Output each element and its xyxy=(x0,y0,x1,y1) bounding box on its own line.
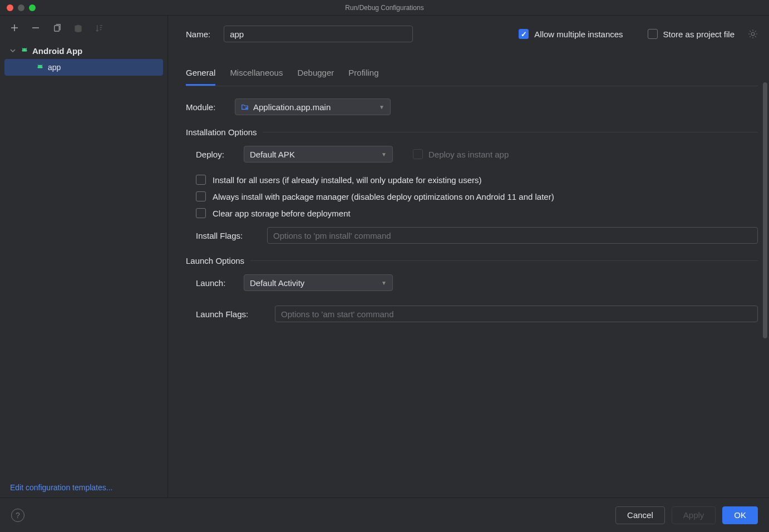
instant-app-checkbox xyxy=(413,149,423,159)
tab-debugger[interactable]: Debugger xyxy=(297,68,334,86)
tree-group-label: Android App xyxy=(32,46,82,56)
name-label: Name: xyxy=(186,29,210,39)
clear-storage-checkbox[interactable] xyxy=(196,208,206,218)
tree-item-app[interactable]: app xyxy=(4,59,163,76)
window-minimize-icon xyxy=(18,4,24,11)
copy-config-icon[interactable] xyxy=(50,21,63,35)
install-flags-label: Install Flags: xyxy=(196,231,257,240)
svg-point-5 xyxy=(751,32,755,36)
module-label: Module: xyxy=(186,102,225,112)
sidebar-toolbar xyxy=(0,16,167,40)
launch-flags-label: Launch Flags: xyxy=(196,309,265,319)
help-icon[interactable]: ? xyxy=(11,509,24,522)
launch-label: Launch: xyxy=(196,278,234,288)
window-zoom-icon[interactable] xyxy=(29,4,36,11)
edit-templates-link[interactable]: Edit configuration templates... xyxy=(10,483,112,492)
svg-rect-0 xyxy=(54,25,58,31)
window-title: Run/Debug Configurations xyxy=(345,4,423,12)
chevron-down-icon: ▼ xyxy=(381,280,387,286)
launch-options-title: Launch Options xyxy=(186,256,244,265)
gear-icon[interactable] xyxy=(748,29,758,39)
sort-icon[interactable] xyxy=(92,21,106,35)
name-input[interactable] xyxy=(224,26,413,42)
install-flags-input[interactable] xyxy=(267,227,758,244)
allow-multiple-checkbox[interactable] xyxy=(519,29,529,39)
folder-icon xyxy=(241,103,249,111)
tree-item-label: app xyxy=(48,63,61,72)
deploy-label: Deploy: xyxy=(196,150,234,159)
tab-general[interactable]: General xyxy=(186,68,215,86)
launch-flags-input[interactable] xyxy=(275,306,758,322)
svg-point-2 xyxy=(25,50,26,50)
svg-rect-6 xyxy=(245,107,248,110)
titlebar: Run/Debug Configurations xyxy=(0,0,769,16)
module-select[interactable]: Application.app.main ▼ xyxy=(235,98,391,115)
tree-group-android-app[interactable]: Android App xyxy=(4,42,163,59)
ok-button[interactable]: OK xyxy=(722,506,758,524)
always-pm-label: Always install with package manager (dis… xyxy=(213,192,554,201)
launch-select[interactable]: Default Activity ▼ xyxy=(244,274,393,291)
chevron-down-icon: ▼ xyxy=(381,151,387,157)
launch-value: Default Activity xyxy=(250,278,304,288)
always-pm-checkbox[interactable] xyxy=(196,191,206,201)
android-icon xyxy=(36,63,45,72)
allow-multiple-label: Allow multiple instances xyxy=(534,29,623,39)
chevron-down-icon xyxy=(9,48,17,53)
chevron-down-icon: ▼ xyxy=(379,104,384,110)
store-as-project-checkbox[interactable] xyxy=(648,29,658,39)
scrollbar[interactable] xyxy=(762,82,768,497)
svg-point-1 xyxy=(23,50,23,50)
svg-point-3 xyxy=(38,66,39,67)
instant-app-label: Deploy as instant app xyxy=(428,150,509,159)
android-icon xyxy=(20,46,29,55)
store-as-project-label: Store as project file xyxy=(663,29,735,39)
svg-point-4 xyxy=(41,66,41,67)
cancel-button[interactable]: Cancel xyxy=(615,506,665,524)
install-all-users-checkbox[interactable] xyxy=(196,175,206,185)
tab-profiling[interactable]: Profiling xyxy=(348,68,378,86)
installation-options-title: Installation Options xyxy=(186,127,257,137)
remove-config-icon[interactable] xyxy=(29,21,42,35)
install-all-users-label: Install for all users (if already instal… xyxy=(213,175,482,185)
apply-button: Apply xyxy=(672,506,716,524)
deploy-value: Default APK xyxy=(250,150,295,159)
window-close-icon[interactable] xyxy=(7,4,13,11)
save-config-icon[interactable] xyxy=(71,21,85,35)
module-value: Application.app.main xyxy=(253,102,331,112)
tab-miscellaneous[interactable]: Miscellaneous xyxy=(230,68,283,86)
clear-storage-label: Clear app storage before deployment xyxy=(213,209,351,218)
deploy-select[interactable]: Default APK ▼ xyxy=(244,146,393,162)
add-config-icon[interactable] xyxy=(8,21,21,35)
